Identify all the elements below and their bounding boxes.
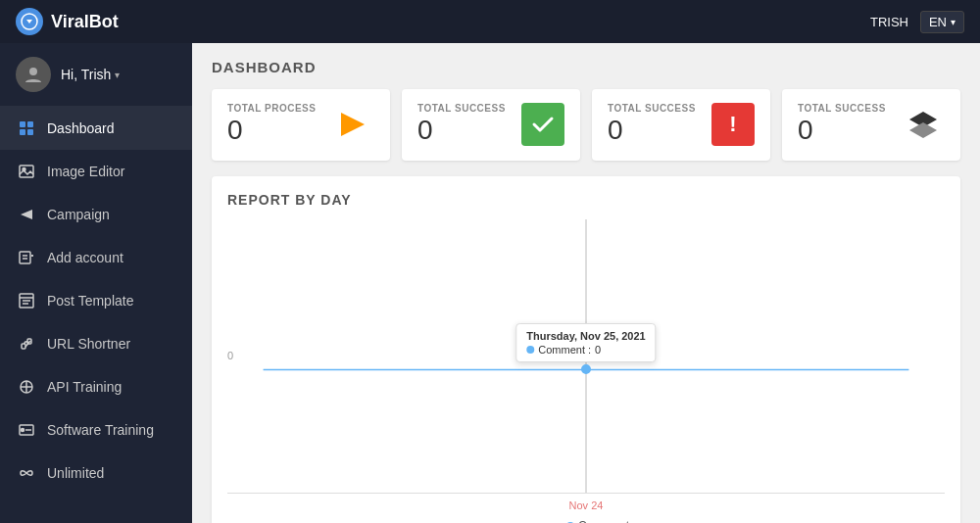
layers-icon: [902, 103, 945, 146]
hi-label: Hi, Trish: [61, 67, 111, 82]
sidebar-item-label: Dashboard: [47, 120, 115, 136]
xaxis-label: Nov 24: [227, 499, 945, 511]
card-label: TOTAL SUCCESS: [608, 103, 696, 114]
cards-row: TOTAL PROCESS 0 TOTAL SUCCESS 0: [212, 89, 960, 161]
lang-label: EN: [929, 15, 947, 29]
card-value: 0: [227, 114, 316, 147]
brand-name: ViralBot: [51, 12, 119, 32]
post-template-icon: [18, 292, 35, 309]
tooltip-value: Comment : 0: [526, 344, 645, 356]
card-value: 0: [417, 114, 506, 147]
sidebar-item-label: Image Editor: [47, 164, 124, 179]
process-icon: [331, 103, 374, 146]
svg-rect-4: [20, 129, 25, 135]
card-label: TOTAL SUCCESS: [417, 103, 506, 114]
sidebar-item-label: Software Training: [47, 422, 154, 438]
card-total-success-1: TOTAL SUCCESS 0: [402, 89, 580, 161]
sidebar-item-post-template[interactable]: Post Template: [0, 279, 192, 322]
svg-point-22: [22, 429, 24, 432]
svg-rect-3: [27, 121, 33, 127]
sidebar-item-label: Post Template: [47, 293, 133, 309]
svg-text:!: !: [729, 112, 736, 136]
card-total-process: TOTAL PROCESS 0: [212, 89, 390, 161]
report-section: REPORT BY DAY 0 Thursday, Nov 25, 2021 C…: [212, 176, 960, 523]
svg-rect-15: [22, 344, 25, 349]
tooltip-val: 0: [595, 344, 601, 356]
tooltip-dot: [526, 346, 534, 354]
data-point: [581, 364, 591, 374]
add-account-icon: [18, 249, 35, 266]
unlimited-icon: [18, 464, 35, 482]
sidebar-item-label: Unlimited: [47, 465, 104, 481]
sidebar: Hi, Trish ▾ Dashboard: [0, 43, 192, 523]
warning-icon: !: [711, 103, 755, 146]
app-layout: Hi, Trish ▾ Dashboard: [0, 43, 980, 523]
success-check-icon: [521, 103, 564, 146]
svg-rect-5: [27, 129, 33, 135]
svg-rect-8: [20, 252, 30, 263]
software-icon: [18, 421, 35, 439]
sidebar-item-unlimited[interactable]: Unlimited: [0, 452, 192, 495]
sidebar-item-campaign[interactable]: Campaign: [0, 193, 192, 236]
svg-marker-27: [909, 122, 937, 138]
legend-item-comment: Comment: [543, 519, 629, 523]
sidebar-item-label: Campaign: [47, 207, 110, 222]
chevron-down-icon: ▾: [115, 70, 120, 80]
main-content: DASHBOARD TOTAL PROCESS 0 TOTAL SUCCESS: [192, 43, 980, 523]
sidebar-item-label: Add account: [47, 250, 123, 265]
sidebar-item-url-shortner[interactable]: URL Shortner: [0, 322, 192, 365]
campaign-icon: [18, 206, 35, 223]
card-info: TOTAL SUCCESS 0: [798, 103, 886, 147]
card-total-success-3: TOTAL SUCCESS 0: [782, 89, 960, 161]
sidebar-item-label: URL Shortner: [47, 336, 130, 352]
chart-area: 0 Thursday, Nov 25, 2021 Comment : 0: [227, 219, 945, 494]
svg-point-1: [29, 68, 37, 75]
yaxis-label: 0: [227, 350, 233, 361]
card-info: TOTAL PROCESS 0: [227, 103, 316, 147]
card-info: TOTAL SUCCESS 0: [417, 103, 506, 147]
brand: ViralBot: [16, 8, 119, 35]
page-title: DASHBOARD: [212, 59, 960, 75]
sidebar-item-dashboard[interactable]: Dashboard: [0, 107, 192, 150]
card-value: 0: [798, 114, 886, 147]
chart-tooltip: Thursday, Nov 25, 2021 Comment : 0: [515, 323, 656, 362]
svg-marker-24: [341, 113, 365, 136]
sidebar-item-label: API Training: [47, 379, 122, 395]
topnav-user: TRISH: [870, 15, 908, 29]
sidebar-item-add-account[interactable]: Add account: [0, 236, 192, 279]
sidebar-profile[interactable]: Hi, Trish ▾: [0, 43, 192, 107]
sidebar-item-image-editor[interactable]: Image Editor: [0, 150, 192, 193]
chart-legend: Comment: [227, 519, 945, 523]
profile-name: Hi, Trish ▾: [61, 67, 120, 82]
sidebar-item-software-training[interactable]: Software Training: [0, 408, 192, 452]
api-icon: [18, 378, 35, 396]
avatar: [16, 57, 51, 92]
tooltip-date: Thursday, Nov 25, 2021: [526, 330, 645, 342]
dashboard-icon: [18, 119, 35, 137]
language-selector[interactable]: EN ▾: [920, 11, 964, 33]
topnav: ViralBot TRISH EN ▾: [0, 0, 980, 43]
logo-icon: [16, 8, 43, 35]
image-icon: [18, 163, 35, 180]
username-label: TRISH: [870, 15, 908, 29]
chevron-down-icon: ▾: [951, 17, 956, 27]
legend-label: Comment: [578, 519, 629, 523]
tooltip-label: Comment :: [538, 344, 591, 356]
svg-rect-2: [20, 121, 25, 127]
report-title: REPORT BY DAY: [227, 192, 945, 208]
card-info: TOTAL SUCCESS 0: [608, 103, 696, 147]
card-value: 0: [608, 114, 696, 147]
card-label: TOTAL SUCCESS: [798, 103, 886, 114]
card-label: TOTAL PROCESS: [227, 103, 316, 114]
sidebar-item-api-training[interactable]: API Training: [0, 365, 192, 408]
card-total-success-2: TOTAL SUCCESS 0 !: [592, 89, 770, 161]
url-icon: [18, 335, 35, 353]
